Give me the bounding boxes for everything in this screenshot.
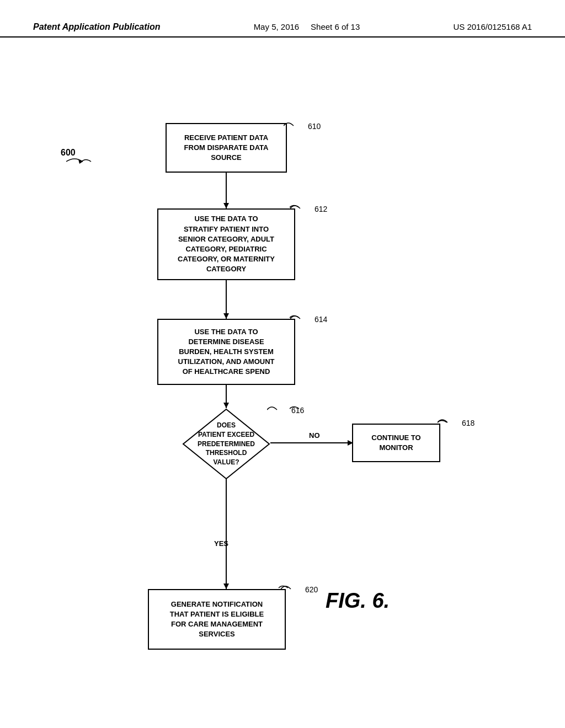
box-620: GENERATE NOTIFICATIONTHAT PATIENT IS ELI… [148, 589, 286, 650]
ref-610: 610 [284, 119, 321, 131]
svg-marker-3 [223, 313, 229, 319]
box-610: RECEIVE PATIENT DATAFROM DISPARATE DATAS… [166, 123, 287, 173]
ref-612: 612 [290, 202, 327, 213]
ref-614-tick [290, 312, 312, 322]
ref-616: 616 [267, 403, 304, 415]
box-618: CONTINUE TOMONITOR [352, 424, 440, 462]
date-sheet: May 5, 2016 Sheet 6 of 13 [254, 22, 360, 31]
date: May 5, 2016 [254, 22, 300, 31]
ref-620-tick [281, 582, 303, 592]
ref-612-tick [290, 202, 312, 212]
figure-label: FIG. 6. [326, 589, 390, 613]
flowchart-diagram: 600 RECEIVE PATIENT DATAFROM DISPARATE D… [0, 38, 565, 699]
diagram-number-arrow [66, 156, 94, 167]
ref-614: 614 [290, 312, 327, 324]
ref-610-tick [284, 119, 306, 129]
page: Patent Application Publication May 5, 20… [0, 0, 565, 728]
ref-618: 618 [438, 416, 475, 427]
ref-618-tick [438, 416, 460, 426]
patent-number: US 2016/0125168 A1 [453, 22, 532, 31]
publication-label: Patent Application Publication [33, 22, 161, 32]
diamond-616: DOESPATIENT EXCEEDPREDETERMINEDTHRESHOLD… [182, 408, 270, 480]
sheet: Sheet 6 of 13 [311, 22, 360, 31]
svg-marker-9 [223, 584, 229, 589]
box-612: USE THE DATA TOSTRATIFY PATIENT INTOSENI… [157, 208, 295, 280]
ref-616-tick [267, 403, 289, 413]
no-label: NO [309, 431, 320, 440]
box-614: USE THE DATA TODETERMINE DISEASEBURDEN, … [157, 319, 295, 385]
ref-620: 620 [281, 582, 318, 594]
svg-marker-1 [223, 203, 229, 208]
yes-label: YES [214, 539, 228, 548]
header: Patent Application Publication May 5, 20… [0, 0, 565, 38]
svg-marker-5 [223, 403, 229, 408]
